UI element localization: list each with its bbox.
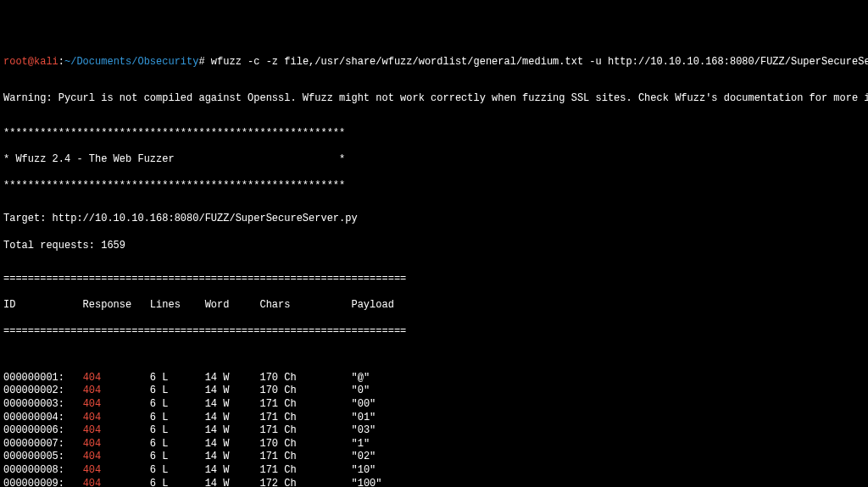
- table-row: 000000003: 404 6 L 14 W 171 Ch "00": [3, 398, 865, 412]
- row-payload: "1": [352, 438, 370, 451]
- table-row: 000000007: 404 6 L 14 W 170 Ch "1": [3, 438, 865, 451]
- current-path: ~/Documents/Obsecurity: [64, 56, 198, 68]
- prompt-colon: :: [58, 56, 64, 68]
- row-payload: "03": [352, 424, 376, 438]
- row-lines: 6 L: [150, 478, 205, 487]
- row-chars: 171 Ch: [259, 398, 351, 412]
- row-response: 404: [83, 398, 150, 412]
- prompt-hash: #: [198, 56, 204, 68]
- shell-prompt[interactable]: root@kali:~/Documents/Obsecurity# wfuzz …: [3, 56, 865, 69]
- row-lines: 6 L: [150, 451, 205, 464]
- row-word: 14 W: [205, 451, 260, 464]
- stars-top: ****************************************…: [3, 127, 865, 141]
- separator-top: ========================================…: [3, 273, 865, 286]
- row-id: 000000004:: [3, 412, 83, 425]
- table-gap: [3, 351, 865, 358]
- row-id: 000000002:: [3, 385, 83, 398]
- row-word: 14 W: [205, 385, 260, 398]
- row-chars: 171 Ch: [259, 464, 351, 478]
- row-chars: 170 Ch: [259, 385, 351, 398]
- row-payload: "0": [352, 385, 370, 398]
- row-lines: 6 L: [150, 424, 205, 438]
- row-id: 000000006:: [3, 424, 83, 438]
- row-lines: 6 L: [150, 398, 205, 412]
- row-payload: "01": [352, 412, 376, 425]
- table-row: 000000001: 404 6 L 14 W 170 Ch "@": [3, 372, 865, 385]
- row-lines: 6 L: [150, 385, 205, 398]
- row-payload: "02": [352, 451, 376, 464]
- row-response: 404: [83, 372, 150, 385]
- row-payload: "10": [352, 464, 376, 478]
- target-line: Target: http://10.10.10.168:8080/FUZZ/Su…: [3, 213, 865, 226]
- row-lines: 6 L: [150, 438, 205, 451]
- row-id: 000000009:: [3, 478, 83, 487]
- row-id: 000000007:: [3, 438, 83, 451]
- row-id: 000000003:: [3, 398, 83, 412]
- row-response: 404: [83, 438, 150, 451]
- table-row: 000000005: 404 6 L 14 W 171 Ch "02": [3, 451, 865, 464]
- row-chars: 170 Ch: [259, 438, 351, 451]
- row-payload: "100": [352, 478, 382, 487]
- row-id: 000000005:: [3, 451, 83, 464]
- warning-text: Warning: Pycurl is not compiled against …: [3, 92, 865, 106]
- table-row: 000000008: 404 6 L 14 W 171 Ch "10": [3, 464, 865, 478]
- table-row: 000000006: 404 6 L 14 W 171 Ch "03": [3, 424, 865, 438]
- row-lines: 6 L: [150, 372, 205, 385]
- row-response: 404: [83, 478, 150, 487]
- stars-bottom: ****************************************…: [3, 180, 865, 193]
- table-row: 000000009: 404 6 L 14 W 172 Ch "100": [3, 478, 865, 487]
- row-word: 14 W: [205, 478, 260, 487]
- results-table: 000000001: 404 6 L 14 W 170 Ch "@"000000…: [3, 372, 865, 487]
- row-word: 14 W: [205, 412, 260, 425]
- row-word: 14 W: [205, 398, 260, 412]
- row-chars: 172 Ch: [259, 478, 351, 487]
- row-chars: 171 Ch: [259, 424, 351, 438]
- row-chars: 171 Ch: [259, 412, 351, 425]
- row-id: 000000008:: [3, 464, 83, 478]
- row-response: 404: [83, 412, 150, 425]
- separator-bottom: ========================================…: [3, 325, 865, 339]
- row-lines: 6 L: [150, 464, 205, 478]
- row-word: 14 W: [205, 424, 260, 438]
- user-host: root@kali: [3, 56, 58, 68]
- table-columns: ID Response Lines Word Chars Payload: [3, 299, 865, 313]
- row-payload: "@": [352, 372, 370, 385]
- row-lines: 6 L: [150, 412, 205, 425]
- row-response: 404: [83, 464, 150, 478]
- row-response: 404: [83, 424, 150, 438]
- total-requests: Total requests: 1659: [3, 240, 865, 253]
- row-chars: 170 Ch: [259, 372, 351, 385]
- row-response: 404: [83, 451, 150, 464]
- command-text: wfuzz -c -z file,/usr/share/wfuzz/wordli…: [205, 56, 868, 68]
- row-payload: "00": [352, 398, 376, 412]
- table-row: 000000002: 404 6 L 14 W 170 Ch "0": [3, 385, 865, 398]
- row-word: 14 W: [205, 438, 260, 451]
- row-word: 14 W: [205, 464, 260, 478]
- row-word: 14 W: [205, 372, 260, 385]
- table-row: 000000004: 404 6 L 14 W 171 Ch "01": [3, 412, 865, 425]
- row-id: 000000001:: [3, 372, 83, 385]
- wfuzz-title: * Wfuzz 2.4 - The Web Fuzzer *: [3, 153, 865, 167]
- row-response: 404: [83, 385, 150, 398]
- row-chars: 171 Ch: [259, 451, 351, 464]
